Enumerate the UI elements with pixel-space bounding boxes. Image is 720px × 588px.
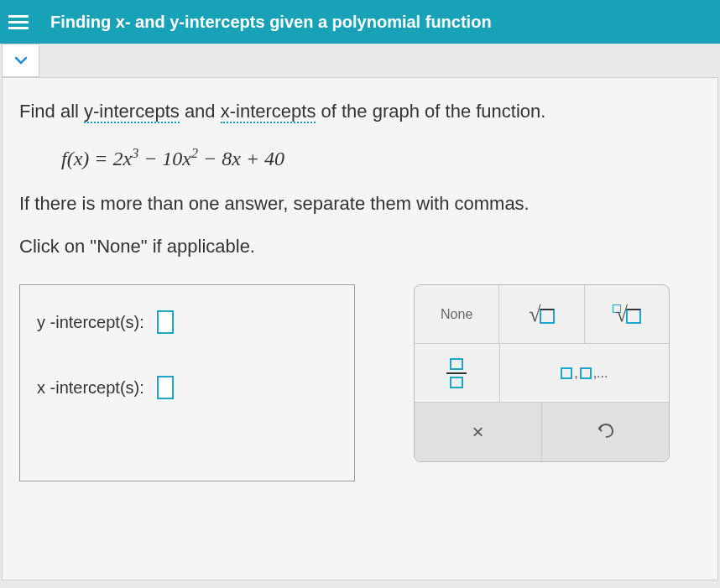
question-part3: of the graph of the function. [316,101,545,122]
page-title: Finding x- and y-intercepts given a poly… [50,13,492,32]
x-intercepts-link[interactable]: x-intercepts [221,101,316,123]
tool-row-3: × [415,403,669,461]
chevron-down-icon [13,52,29,69]
x-intercept-input[interactable] [157,376,174,399]
y-intercept-input[interactable] [157,310,174,334]
close-icon: × [472,420,483,444]
y-intercepts-link[interactable]: y-intercepts [84,101,180,123]
header: Finding x- and y-intercepts given a poly… [0,0,720,44]
y-intercept-row: y -intercept(s): [37,310,337,334]
question-part1: Find all [19,101,84,122]
sqrt-icon: √ [529,302,554,327]
none-button[interactable]: None [415,285,499,343]
fraction-icon [446,358,467,388]
comma-list-icon: ,,... [561,366,608,381]
undo-icon [596,420,616,445]
nth-root-icon: √ [613,302,641,327]
expand-toggle[interactable] [2,44,39,77]
answer-area: y -intercept(s): x -intercept(s): None √ [19,284,701,481]
formula: f(x) = 2x3 − 10x2 − 8x + 40 [61,146,701,170]
question-text: Find all y-intercepts and x-intercepts o… [19,99,701,125]
tool-row-2: ,,... [415,344,669,403]
question-part2: and [180,101,221,122]
math-toolbox: None √ √ [414,284,670,462]
x-intercept-label: x -intercept(s): [37,378,144,398]
tool-row-1: None √ √ [415,285,669,344]
fraction-button[interactable] [415,344,500,402]
instruction-none: Click on "None" if applicable. [19,234,701,260]
comma-list-button[interactable]: ,,... [500,344,669,402]
menu-icon[interactable] [8,9,34,34]
y-intercept-label: y -intercept(s): [37,313,144,332]
sqrt-button[interactable]: √ [499,285,584,343]
undo-button[interactable] [542,403,669,461]
instruction-commas: If there is more than one answer, separa… [19,191,701,217]
clear-button[interactable]: × [415,403,542,461]
nth-root-button[interactable]: √ [585,285,669,343]
content-area: Find all y-intercepts and x-intercepts o… [2,77,718,580]
answer-box: y -intercept(s): x -intercept(s): [19,284,355,481]
x-intercept-row: x -intercept(s): [37,376,337,399]
